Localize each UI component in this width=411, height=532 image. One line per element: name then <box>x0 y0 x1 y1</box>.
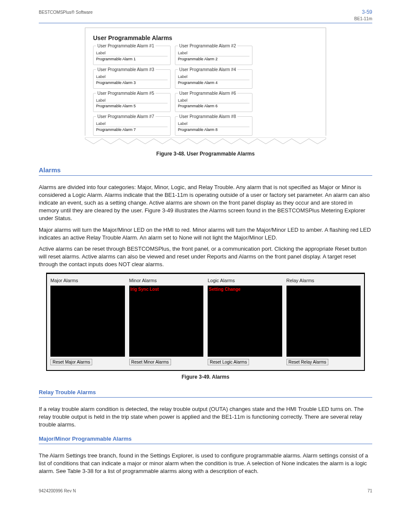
reset-relay-button[interactable]: Reset Relay Alarms <box>286 359 329 365</box>
chapter-number: 3-59 <box>362 9 372 15</box>
alarm-input-7[interactable] <box>96 127 168 132</box>
alarm-field-6: User Programmable Alarm #6 Label <box>175 93 252 112</box>
relay-alarms-list <box>286 286 361 357</box>
relay-trouble-heading: Relay Trouble Alarms <box>39 389 372 396</box>
alarms-p2: Major alarms will turn the Major/Minor L… <box>39 226 372 242</box>
alarm-input-1[interactable] <box>96 56 168 62</box>
alarm-label: Label <box>178 121 249 127</box>
alarm-label: Label <box>96 98 168 103</box>
alarms-p3: Active alarms can be reset through BESTC… <box>39 245 372 269</box>
alarm-legend: User Programmable Alarm #1 <box>96 43 156 49</box>
upa-caption: Figure 3-48. User Programmable Alarms <box>39 150 372 158</box>
alarm-input-4[interactable] <box>178 80 249 85</box>
minor-alarms-title: Minor Alarms <box>129 277 204 284</box>
alarms-status-panel: Major Alarms Reset Major Alarms Minor Al… <box>46 273 365 371</box>
alarm-input-2[interactable] <box>178 56 249 62</box>
header-right: 3-59 BE1-11m <box>354 9 372 22</box>
reset-minor-button[interactable]: Reset Minor Alarms <box>129 359 171 365</box>
reset-logic-button[interactable]: Reset Logic Alarms <box>208 359 249 365</box>
major-alarms-list <box>50 286 125 357</box>
page-footer: 9424200996 Rev N 71 <box>39 488 372 494</box>
alarms-heading: Alarms <box>39 165 372 174</box>
alarm-legend: User Programmable Alarm #8 <box>178 114 237 120</box>
alarm-legend: User Programmable Alarm #5 <box>96 90 156 96</box>
alarm-label: Label <box>178 50 249 56</box>
reset-major-button[interactable]: Reset Major Alarms <box>50 359 92 365</box>
alarm-label: Label <box>178 98 249 103</box>
relay-alarms-col: Relay Alarms Reset Relay Alarms <box>286 277 361 366</box>
alarm-legend: User Programmable Alarm #6 <box>178 90 237 96</box>
page-header: BESTCOMSPlus® Software 3-59 BE1-11m <box>39 9 372 22</box>
upa-heading: User Programmable Alarms <box>93 34 318 43</box>
alarm-grid: User Programmable Alarm #1 Label User Pr… <box>93 46 318 135</box>
alarm-field-8: User Programmable Alarm #8 Label <box>175 116 252 136</box>
alarm-label: Label <box>96 50 168 56</box>
alarm-field-3: User Programmable Alarm #3 Label <box>93 69 171 89</box>
status-caption: Figure 3-49. Alarms <box>39 373 372 381</box>
alarm-input-8[interactable] <box>178 127 249 132</box>
alarm-label: Label <box>96 121 168 127</box>
alarms-p1: Alarms are divided into four categories:… <box>39 184 372 223</box>
alarm-input-5[interactable] <box>96 103 168 109</box>
alarm-legend: User Programmable Alarm #7 <box>96 114 156 120</box>
alarm-label: Label <box>178 74 249 80</box>
product-name: BE1-11m <box>354 16 372 21</box>
footer-right: 71 <box>367 488 372 494</box>
user-programmable-alarms-panel: User Programmable Alarms User Programmab… <box>85 28 326 136</box>
logic-alarms-list: Setting Change <box>208 286 282 357</box>
alarm-legend: User Programmable Alarm #2 <box>178 43 237 49</box>
divider <box>39 444 372 444</box>
alarm-legend: User Programmable Alarm #4 <box>178 67 237 73</box>
alarm-field-2: User Programmable Alarm #2 Label <box>175 46 252 65</box>
divider <box>39 397 372 398</box>
logic-alarms-col: Logic Alarms Setting Change Reset Logic … <box>208 277 282 366</box>
alarm-status-columns: Major Alarms Reset Major Alarms Minor Al… <box>50 277 361 366</box>
major-minor-heading: Major/Minor Programmable Alarms <box>39 435 372 443</box>
alarm-col-left: User Programmable Alarm #1 Label User Pr… <box>93 46 171 135</box>
major-alarms-title: Major Alarms <box>50 277 125 284</box>
alarm-field-7: User Programmable Alarm #7 Label <box>93 116 171 136</box>
divider <box>39 175 372 176</box>
header-left: BESTCOMSPlus® Software <box>39 9 93 16</box>
divider <box>39 23 372 23</box>
relay-alarms-title: Relay Alarms <box>286 277 361 284</box>
alarm-input-3[interactable] <box>96 80 168 85</box>
alarm-legend: User Programmable Alarm #3 <box>96 67 156 73</box>
alarm-item: Irig Sync Lost <box>131 287 159 292</box>
alarm-field-5: User Programmable Alarm #5 Label <box>93 93 171 112</box>
minor-alarms-list: Irig Sync Lost <box>129 286 204 357</box>
major-minor-p1: The Alarm Settings tree branch, found in… <box>39 452 372 476</box>
relay-trouble-p1: If a relay trouble alarm condition is de… <box>39 405 372 429</box>
minor-alarms-col: Minor Alarms Irig Sync Lost Reset Minor … <box>129 277 204 366</box>
major-alarms-col: Major Alarms Reset Major Alarms <box>50 277 125 366</box>
alarm-col-right: User Programmable Alarm #2 Label User Pr… <box>175 46 252 135</box>
alarm-field-4: User Programmable Alarm #4 Label <box>175 69 252 89</box>
logic-alarms-title: Logic Alarms <box>208 277 282 284</box>
alarm-input-6[interactable] <box>178 103 249 109</box>
footer-left: 9424200996 Rev N <box>39 488 76 494</box>
torn-edge <box>85 137 326 146</box>
alarm-field-1: User Programmable Alarm #1 Label <box>93 46 171 65</box>
alarm-item: Setting Change <box>209 287 240 292</box>
alarm-label: Label <box>96 74 168 80</box>
